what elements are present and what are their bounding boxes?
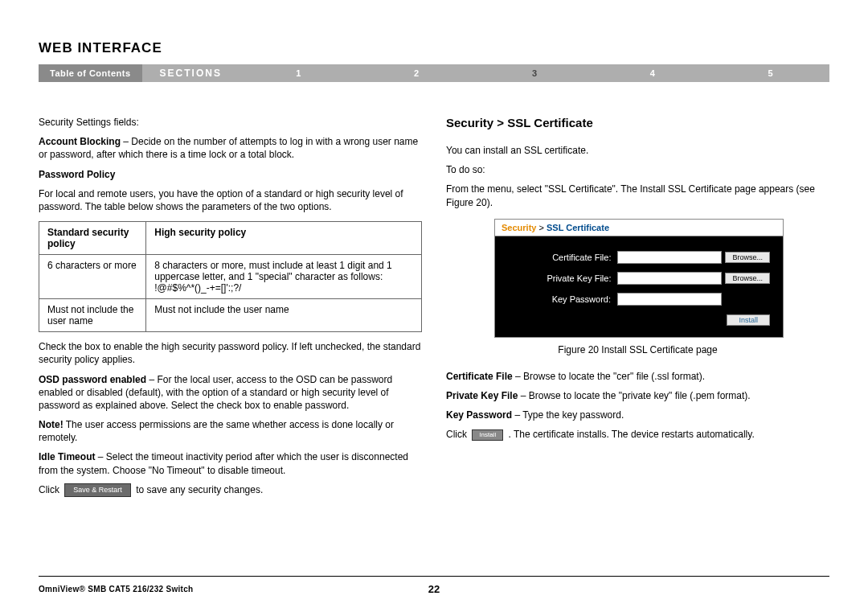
crumb-security: Security: [502, 223, 536, 232]
ssl-heading: Security > SSL Certificate: [446, 116, 829, 129]
ssl-intro1: You can install an SSL certificate.: [446, 144, 829, 157]
click-suffix: to save any security changes.: [133, 484, 263, 495]
section-link-5[interactable]: 5: [711, 68, 829, 78]
table-cell-r1c2: 8 characters or more, must include at le…: [146, 255, 422, 299]
click-install-para: Click Install . The certificate installs…: [446, 428, 829, 441]
cert-file-desc-text: – Browse to locate the "cer" file (.ssl …: [513, 371, 705, 382]
idle-label: Idle Timeout: [39, 451, 95, 462]
key-pass-label: Key Password:: [530, 294, 611, 304]
security-fields-heading: Security Settings fields:: [39, 116, 422, 129]
install-row: Install: [508, 314, 770, 326]
toc-link[interactable]: Table of Contents: [39, 64, 142, 82]
install-button-inline[interactable]: Install: [472, 429, 503, 441]
click-install-prefix: Click: [446, 429, 469, 440]
key-pass-desc-text: – Type the key password.: [512, 409, 624, 421]
ssl-intro3: From the menu, select "SSL Certificate".…: [446, 183, 829, 208]
table-cell-r2c2: Must not include the user name: [146, 299, 422, 332]
cert-file-desc: Certificate File – Browse to locate the …: [446, 370, 829, 383]
cert-file-input[interactable]: [617, 251, 722, 264]
key-pass-input[interactable]: [617, 293, 722, 306]
password-policy-text: For local and remote users, you have the…: [39, 187, 422, 213]
cert-file-row: Certificate File: Browse...: [508, 251, 770, 264]
table-cell-r1c1: 6 characters or more: [39, 255, 146, 299]
section-navbar: Table of Contents SECTIONS 1 2 3 4 5: [39, 64, 829, 82]
priv-key-browse-button[interactable]: Browse...: [725, 273, 770, 284]
click-prefix: Click: [39, 484, 62, 495]
crumb-sep: >: [536, 223, 547, 232]
section-link-4[interactable]: 4: [593, 68, 711, 78]
right-column: Security > SSL Certificate You can insta…: [446, 116, 829, 503]
footer-divider: [39, 576, 829, 577]
ssl-panel-figure: Security > SSL Certificate Certificate F…: [494, 219, 784, 338]
idle-timeout-para: Idle Timeout – Select the timeout inacti…: [39, 450, 422, 476]
note-para: Note! The user access permissions are th…: [39, 418, 422, 444]
left-column: Security Settings fields: Account Blocki…: [39, 116, 422, 503]
account-blocking-label: Account Blocking: [39, 136, 121, 147]
cert-file-desc-label: Certificate File: [446, 371, 513, 382]
osd-para: OSD password enabled – For the local use…: [39, 373, 422, 413]
page-number: 22: [428, 583, 440, 595]
click-save-para: Click Save & Restart to save any securit…: [39, 483, 422, 497]
key-pass-desc: Key Password – Type the key password.: [446, 409, 829, 421]
key-pass-desc-label: Key Password: [446, 409, 512, 421]
table-header-standard: Standard security policy: [39, 222, 146, 255]
priv-key-input[interactable]: [617, 272, 722, 285]
page-footer: OmniView® SMB CAT5 216/232 Switch 22: [39, 576, 829, 594]
account-blocking-para: Account Blocking – Decide on the number …: [39, 135, 422, 161]
cert-file-label: Certificate File:: [530, 253, 611, 262]
click-install-suffix: . The certificate installs. The device r…: [506, 429, 754, 440]
sections-label: SECTIONS: [142, 68, 240, 79]
priv-key-row: Private Key File: Browse...: [508, 272, 770, 285]
product-name: OmniView® SMB CAT5 216/232 Switch: [39, 585, 194, 594]
checkbox-instruction: Check the box to enable the high securit…: [39, 340, 422, 366]
save-restart-button[interactable]: Save & Restart: [64, 483, 131, 497]
crumb-page: SSL Certificate: [547, 223, 609, 232]
figure-caption: Figure 20 Install SSL Certificate page: [446, 344, 829, 355]
install-button[interactable]: Install: [727, 314, 770, 326]
note-label: Note!: [39, 419, 63, 430]
osd-label: OSD password enabled: [39, 374, 146, 385]
key-pass-row: Key Password:: [508, 293, 770, 306]
priv-key-desc-label: Private Key File: [446, 390, 518, 401]
section-link-1[interactable]: 1: [240, 68, 358, 78]
ssl-intro2: To do so:: [446, 163, 829, 176]
section-link-3[interactable]: 3: [476, 68, 594, 78]
ssl-breadcrumb: Security > SSL Certificate: [494, 219, 784, 236]
ssl-panel-body: Certificate File: Browse... Private Key …: [494, 236, 784, 338]
table-header-high: High security policy: [146, 222, 422, 255]
table-cell-r2c1: Must not include the user name: [39, 299, 146, 332]
password-policy-table: Standard security policy High security p…: [39, 221, 422, 332]
password-policy-label: Password Policy: [39, 168, 422, 181]
note-text: The user access permissions are the same…: [39, 419, 394, 443]
cert-file-browse-button[interactable]: Browse...: [725, 252, 770, 263]
section-link-2[interactable]: 2: [358, 68, 476, 78]
page-title: Web Interface: [39, 40, 829, 56]
priv-key-label: Private Key File:: [530, 273, 611, 283]
priv-key-desc: Private Key File – Browse to locate the …: [446, 389, 829, 402]
priv-key-desc-text: – Browse to locate the "private key" fil…: [518, 390, 750, 401]
